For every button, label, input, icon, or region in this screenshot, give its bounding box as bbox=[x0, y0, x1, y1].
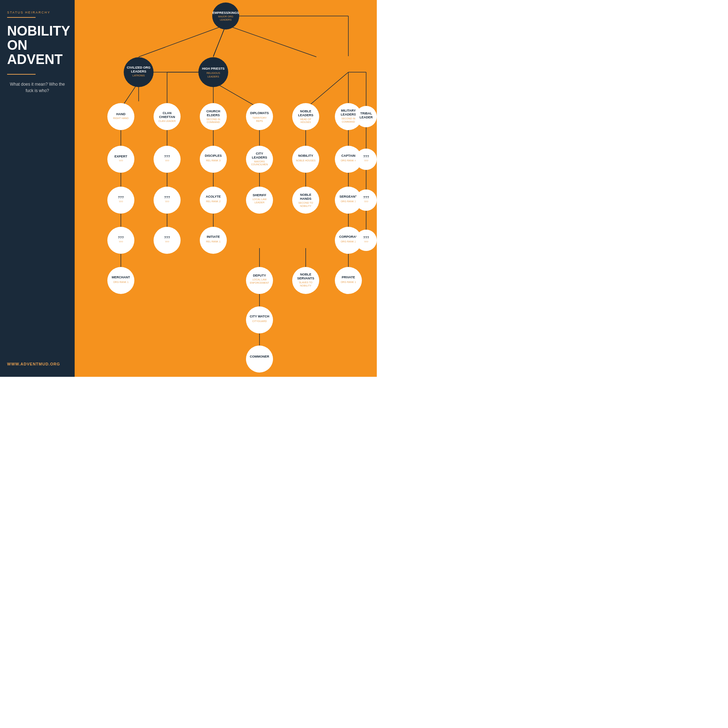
subtitle: What does it mean? Who the fuck is who? bbox=[7, 81, 67, 94]
civilized-sub: LATRONIS bbox=[133, 74, 145, 77]
cityleaders-node bbox=[246, 146, 273, 173]
captain-title: CAPTAIN bbox=[341, 154, 355, 158]
nobleleaders-sub: HEAD OF bbox=[300, 118, 311, 121]
triballeader-title: TRIBAL bbox=[361, 112, 372, 115]
sheriff-sub: LOCAL LAW bbox=[252, 198, 267, 200]
merchant-node bbox=[107, 267, 135, 294]
nobleservants-title2: SERVANTS bbox=[297, 277, 314, 280]
private-title: PRIVATE bbox=[342, 275, 355, 279]
divider-top bbox=[7, 17, 35, 18]
sheriff-title: SHERIFF bbox=[253, 193, 267, 197]
disciples-sub: REL RANK 3 bbox=[206, 159, 221, 162]
militaryleaders-title2: LEADERS bbox=[341, 113, 356, 116]
qqq-r5-1-title: ??? bbox=[118, 236, 124, 239]
private-node bbox=[335, 267, 362, 294]
main-content: EMPRESS/KINGS MAJOR ORG LEADERS CIVILIZE… bbox=[75, 0, 377, 377]
qqq-r5-2-title: ??? bbox=[164, 236, 170, 239]
svg-line-13 bbox=[306, 72, 348, 109]
svg-line-12 bbox=[213, 82, 260, 109]
qqq-tribal-r3-node bbox=[355, 148, 377, 170]
nobleservants-sub: SLAVES TO bbox=[299, 281, 313, 284]
sidebar: STATUS HEIRARCHY NOBILITYONADVENT What d… bbox=[0, 0, 75, 377]
qqq-clan-r3-node bbox=[154, 146, 180, 173]
diplomats-title: DIPLOMATS bbox=[250, 111, 269, 115]
status-label: STATUS HEIRARCHY bbox=[7, 11, 67, 14]
commoner-title: COMMONER bbox=[250, 355, 269, 358]
expert-title: EXPERT bbox=[115, 154, 128, 158]
website: WWW.ADVENTMUD.ORG bbox=[7, 362, 67, 366]
captain-sub: ORG RANK 4 bbox=[341, 159, 356, 162]
qqq-r4-2-title: ??? bbox=[164, 196, 170, 199]
cityleaders-sub: MAYORS bbox=[254, 160, 265, 163]
expert-node bbox=[107, 146, 135, 173]
hand-title: HAND bbox=[116, 112, 125, 116]
nobility-sub: NOBLE HOUSES bbox=[296, 159, 316, 162]
qqq-tribal-r3-title: ??? bbox=[363, 154, 369, 158]
qqq-r5-1-sub: ??? bbox=[119, 241, 123, 243]
deputy-title: DEPUTY bbox=[253, 274, 266, 277]
sheriff-sub2: LEADER bbox=[254, 201, 265, 204]
churchelders-sub2: COMMAND bbox=[207, 121, 220, 123]
qqq-r4-2-sub: ??? bbox=[165, 200, 169, 203]
triballeader-title2: LEADER bbox=[359, 116, 373, 119]
nobleleaders-title2: LEADERS bbox=[298, 113, 313, 117]
qqq-r4-1-sub: ??? bbox=[119, 200, 123, 203]
sergeant-sub: ORG RANK 3 bbox=[341, 200, 356, 203]
noblehands-title: NOBLE bbox=[300, 193, 311, 197]
militaryleaders-sub2: COMMAND bbox=[342, 121, 355, 123]
private-sub: ORG RANK 1 bbox=[341, 281, 356, 283]
militaryleaders-sub: SECOND IN bbox=[342, 117, 355, 120]
svg-line-0 bbox=[139, 25, 226, 57]
acolyte-title: ACOLYTE bbox=[206, 195, 221, 198]
qqq-clan-r3-sub: ??? bbox=[165, 160, 169, 162]
citywatch-sub: CITYGUARD bbox=[252, 320, 267, 323]
cityleaders-sub2: COUNCILMEN bbox=[251, 163, 268, 166]
hand-sub: RIGHT HAND bbox=[113, 117, 128, 119]
qqq-r4-2-node bbox=[154, 187, 180, 214]
nobility-title: NOBILITY bbox=[298, 154, 313, 158]
citywatch-title: CITY WATCH bbox=[249, 315, 269, 318]
qqq-r5-7-node bbox=[355, 229, 377, 251]
acolyte-sub: REL RANK 2 bbox=[206, 200, 221, 203]
qqq-r5-1-node bbox=[107, 227, 135, 254]
militaryleaders-title: MILITARY bbox=[341, 109, 356, 112]
noblehands-sub2: NOBILITY bbox=[300, 205, 311, 207]
nobleservants-node bbox=[292, 267, 319, 294]
deputy-sub2: ENFORCEMENT bbox=[250, 281, 269, 284]
diplomats-sub2: REPS bbox=[256, 120, 263, 122]
qqq-r5-7-title: ??? bbox=[363, 236, 369, 239]
churchelders-sub: SECOND IN bbox=[206, 118, 220, 121]
churchelders-title: CHURCH bbox=[206, 110, 220, 113]
merchant-title: MERCHANT bbox=[112, 275, 130, 279]
highpriests-sub2: LEADERS bbox=[208, 75, 219, 78]
noblehands-sub: SECOND TO bbox=[298, 202, 313, 204]
nobleleaders-title: NOBLE bbox=[300, 110, 311, 113]
nobleservants-title: NOBLE bbox=[300, 273, 311, 276]
qqq-r4-1-node bbox=[107, 187, 135, 214]
qqq-r5-2-sub: ??? bbox=[165, 241, 169, 243]
corporal-sub: ORG RANK 2 bbox=[341, 240, 356, 243]
disciples-title: DISCIPLES bbox=[205, 154, 222, 158]
qqq-r4-7-title: ??? bbox=[363, 196, 369, 199]
deputy-sub: LOCAL LAW bbox=[252, 278, 267, 281]
qqq-r5-7-sub: ??? bbox=[364, 241, 368, 243]
empress-sub2: LEADERS bbox=[220, 18, 232, 21]
clan-title: CLAN bbox=[163, 111, 172, 115]
cityleaders-title: CITY bbox=[256, 152, 263, 155]
initiate-sub: REL RANK 1 bbox=[206, 240, 221, 243]
qqq-r5-2-node bbox=[154, 227, 180, 254]
svg-line-2 bbox=[226, 25, 317, 57]
highpriests-sub: RELIGIOUS bbox=[206, 72, 220, 74]
svg-line-3 bbox=[213, 26, 226, 56]
civilized-title: CIVILIZED ORG bbox=[127, 66, 151, 69]
nobleservants-sub2: NOBILITY bbox=[300, 284, 311, 287]
nobleleaders-sub2: HOUSES bbox=[300, 121, 311, 123]
qqq-r4-7-sub: ??? bbox=[364, 200, 368, 203]
empress-sub: MAJOR ORG bbox=[218, 15, 233, 18]
empress-title: EMPRESS/KINGS bbox=[212, 11, 239, 15]
divider-bottom bbox=[7, 74, 35, 75]
civilized-title2: LEADERS bbox=[131, 70, 146, 73]
expert-sub: ??? bbox=[119, 160, 123, 162]
qqq-r4-7-node bbox=[355, 190, 377, 211]
sergeant-title: SERGEANT bbox=[340, 195, 358, 198]
